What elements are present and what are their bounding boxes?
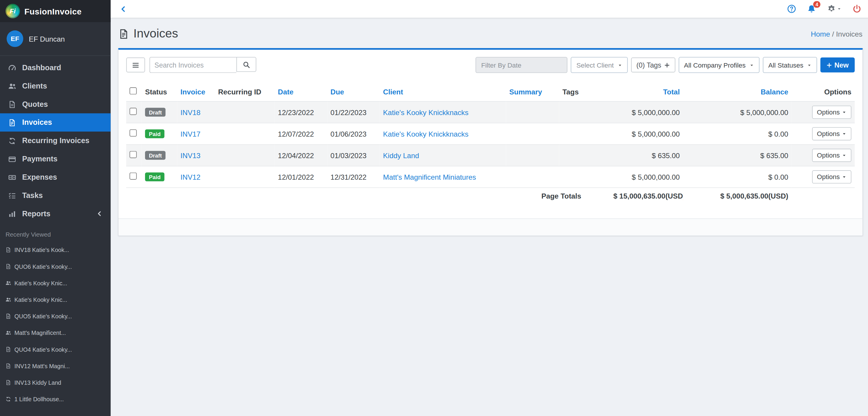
chevron-down-icon [842,153,846,158]
brand-header: Fi FusionInvoice [0,0,111,22]
recent-item[interactable]: QUO4 Katie's Kooky... [0,341,111,357]
search-button[interactable] [236,57,256,72]
cell-balance: $ 635.00 [683,145,792,166]
page-title-text: Invoices [133,27,178,41]
col-header-due[interactable]: Due [327,82,380,102]
search-group [150,57,256,73]
cell-recurring-id [215,166,275,188]
search-input[interactable] [150,57,236,73]
brand-name: FusionInvoice [24,6,82,16]
cell-tags [559,123,610,145]
status-badge: Paid [145,173,164,181]
invoice-link[interactable]: INV17 [181,130,200,138]
recent-item[interactable]: Katie's Kooky Knic... [0,291,111,308]
recent-item[interactable]: QUO5 Katie's Kooky... [0,308,111,324]
power-icon [852,4,861,13]
sidebar-item-label: Dashboard [22,63,61,72]
main-area: 4 Invoices Home / Invoices [111,0,868,416]
col-header-invoice[interactable]: Invoice [177,82,215,102]
sidebar-item-recurring-invoices[interactable]: Recurring Invoices [0,132,111,150]
invoice-link[interactable]: INV13 [181,151,200,159]
col-header-summary[interactable]: Summary [506,82,559,102]
document-icon [6,347,11,352]
sidebar-item-payments[interactable]: Payments [0,150,111,168]
cell-summary [506,166,559,188]
client-link[interactable]: Kiddy Land [383,151,419,159]
chevron-left-icon [96,211,102,217]
recurring-icon [6,396,11,402]
collapse-sidebar-icon[interactable] [120,5,127,12]
col-header-date[interactable]: Date [275,82,327,102]
recent-item-label: QUO6 Katie's Kooky... [14,263,72,270]
cell-recurring-id [215,102,275,123]
sidebar-item-dashboard[interactable]: Dashboard [0,59,111,77]
list-menu-button[interactable] [126,58,145,73]
sidebar-item-invoices[interactable]: Invoices [0,113,111,132]
avatar[interactable]: EF [6,30,23,47]
row-checkbox[interactable] [129,129,136,136]
settings-button[interactable] [827,4,841,13]
recent-item-label: Katie's Kooky Knic... [14,280,67,286]
users-icon [6,280,11,286]
toolbar-filters: Select Client (0) Tags All Company Profi… [476,57,855,73]
client-link[interactable]: Katie's Kooky Knickknacks [383,108,469,116]
recent-item[interactable]: QUO6 Katie's Kooky... [0,258,111,275]
sidebar-item-quotes[interactable]: Quotes [0,95,111,113]
topbar-actions: 4 [787,4,861,13]
filter-by-date-input[interactable] [476,57,567,73]
recent-item[interactable]: Matt's Magnificent... [0,324,111,341]
chart-icon [8,210,16,217]
row-checkbox[interactable] [129,108,136,115]
col-header-balance[interactable]: Balance [683,82,792,102]
select-all-checkbox[interactable] [129,87,136,95]
select-client-dropdown[interactable]: Select Client [571,57,627,73]
status-badge: Draft [145,108,166,117]
cell-balance: $ 0.00 [683,123,792,145]
company-profiles-dropdown[interactable]: All Company Profiles [678,57,759,73]
row-checkbox[interactable] [129,173,136,180]
options-label: Options [817,173,840,180]
recent-item[interactable]: INV12 Matt's Magni... [0,357,111,374]
client-link[interactable]: Katie's Kooky Knickknacks [383,130,469,138]
sidebar-item-tasks[interactable]: Tasks [0,186,111,204]
cell-tags [559,145,610,166]
chevron-down-icon [842,110,846,114]
cell-due: 01/03/2023 [327,145,380,166]
statuses-dropdown[interactable]: All Statuses [763,57,817,73]
recent-item[interactable]: Katie's Kooky Knic... [0,275,111,291]
breadcrumb-home-link[interactable]: Home [811,30,830,38]
invoice-link[interactable]: INV18 [181,108,200,116]
options-label: Options [817,130,840,137]
sidebar-item-expenses[interactable]: Expenses [0,168,111,186]
cell-total: $ 5,000,000.00 [610,166,683,188]
sidebar-item-clients[interactable]: Clients [0,77,111,95]
notifications-button[interactable]: 4 [807,4,816,13]
help-button[interactable] [787,4,796,13]
col-header-client[interactable]: Client [380,82,506,102]
users-icon [8,82,16,90]
recurring-icon [8,137,16,145]
invoice-row: Paid INV12 12/01/2022 12/31/2022 Matt's … [126,166,855,188]
logout-button[interactable] [852,4,861,13]
recent-item[interactable]: INV13 Kiddy Land [0,374,111,391]
options-button[interactable]: Options [812,149,851,162]
options-button[interactable]: Options [812,127,851,140]
row-checkbox[interactable] [129,151,136,158]
client-link[interactable]: Matt's Magnificent Miniatures [383,173,476,181]
menu-icon [132,61,140,69]
invoice-link[interactable]: INV12 [181,173,200,181]
recent-item[interactable]: 1 Little Dollhouse... [0,391,111,408]
options-button[interactable]: Options [812,106,851,119]
cell-total: $ 5,000,000.00 [610,123,683,145]
tags-button[interactable]: (0) Tags [631,58,675,73]
new-invoice-button[interactable]: New [820,58,855,73]
options-button[interactable]: Options [812,170,851,183]
sidebar-item-reports[interactable]: Reports [0,204,111,223]
recent-item[interactable]: INV18 Katie's Kook... [0,242,111,258]
chevron-down-icon [807,63,812,67]
cell-total: $ 5,000,000.00 [610,102,683,123]
col-header-total[interactable]: Total [610,82,683,102]
help-icon [787,4,796,13]
cell-balance: $ 0.00 [683,166,792,188]
cell-date: 12/23/2022 [275,102,327,123]
